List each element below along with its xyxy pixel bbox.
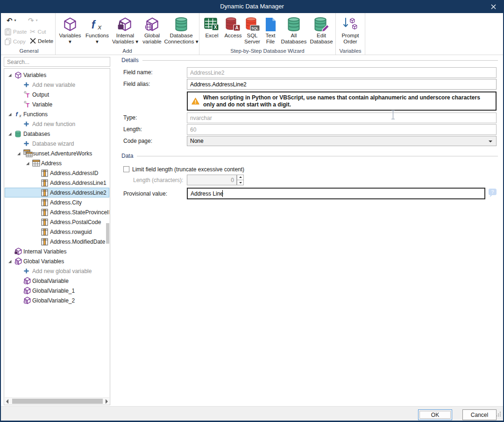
mouse-ibeam-cursor (391, 110, 395, 120)
tree-expander-icon[interactable] (7, 259, 12, 264)
sql-server-button-label: SQL (247, 33, 257, 39)
tree-expander-icon[interactable] (7, 132, 12, 136)
tree-item-label: Internal Variables (23, 248, 67, 255)
internal-variables-button[interactable]: InternalVariables ▾ (111, 14, 140, 45)
tree-item-internal-variables[interactable]: Internal Variables (5, 246, 109, 256)
edit-database-button[interactable]: EditDatabase (308, 14, 334, 45)
text-file-icon (265, 16, 277, 33)
focus-rectangle (419, 411, 451, 419)
provisional-value-input[interactable] (187, 188, 485, 199)
global-variable-button[interactable]: Globalvariable (140, 14, 164, 45)
tree-item-database-wizard[interactable]: Database wizard (5, 139, 109, 148)
tree-expander-icon[interactable] (7, 112, 12, 117)
column-icon (41, 209, 48, 216)
search-input[interactable] (4, 57, 110, 67)
svg-text:X: X (213, 25, 217, 30)
functions-button[interactable]: fxFunctions▾ (84, 14, 111, 45)
tree-item-address[interactable]: Address (5, 158, 109, 168)
paste-icon (5, 28, 11, 35)
spin-down-icon[interactable] (237, 180, 244, 185)
field-alias-input[interactable] (187, 79, 497, 90)
scroll-left-icon[interactable] (6, 399, 8, 404)
tree-item-add-new-global-variable[interactable]: Add new global variable (5, 266, 109, 276)
vertical-scrollbar-thumb[interactable] (106, 223, 109, 244)
limit-field-length-checkbox[interactable] (123, 166, 129, 172)
database-connections-button[interactable]: DatabaseConnections ▾ (164, 14, 198, 45)
all-databases-button[interactable]: AllDatabases (279, 14, 308, 45)
tree-item-address-rowguid[interactable]: Address.rowguid (5, 227, 109, 237)
sql-server-button[interactable]: SQLSQLServer (243, 14, 262, 45)
horizontal-scrollbar-thumb[interactable] (12, 399, 103, 404)
horizontal-scrollbar[interactable] (5, 397, 109, 404)
tree-item-address-addressline2[interactable]: Address.AddressLine2 (5, 188, 109, 197)
tree-item-globalvariable-1[interactable]: GlobalVariable_1 (5, 286, 109, 295)
length-characters-input[interactable] (187, 175, 237, 185)
tree-item-add-new-variable[interactable]: Add new variable (5, 80, 109, 90)
tree-item-label: Address (41, 160, 62, 167)
plus-icon (23, 82, 29, 88)
scroll-right-icon[interactable] (106, 399, 108, 404)
variables-button[interactable]: Variables▾ (57, 14, 84, 45)
cancel-button-label: Cancel (471, 412, 488, 418)
tree-item-label: Database wizard (32, 141, 74, 147)
column-icon (41, 238, 48, 246)
field-alias-label: Field alias: (123, 81, 150, 87)
svg-text:SQL: SQL (251, 26, 259, 30)
type-label: Type: (123, 114, 137, 121)
details-section-title: Details (121, 57, 139, 63)
tree-item-address-stateprovinceid[interactable]: Address.StateProvinceID (5, 207, 109, 217)
tree-expander-icon[interactable] (7, 73, 12, 77)
tree-item-functions[interactable]: fxFunctions (5, 109, 109, 119)
tree-item-address-addressid[interactable]: Address.AddressID (5, 168, 109, 178)
functions-button-label: ▾ (96, 39, 99, 45)
paste-button[interactable]: Paste (5, 28, 27, 35)
column-icon (41, 169, 48, 177)
tree-item-global-variables[interactable]: Global Variables (5, 256, 109, 266)
tree-item-globalvariable[interactable]: GlobalVariable (5, 276, 109, 286)
variables-button-label: ▾ (69, 39, 71, 45)
tree-item-variables[interactable]: Variables (5, 70, 109, 80)
redo-icon: ↷ (28, 17, 34, 24)
tree-item-address-addressline1[interactable]: Address.AddressLine1 (5, 178, 109, 188)
ok-button[interactable]: OK (418, 409, 452, 420)
variable-cube-icon (63, 16, 78, 33)
tree-item-address-modifieddate[interactable]: Address.ModifiedDate (5, 237, 109, 246)
prompt-order-icon (342, 16, 359, 33)
field-name-input[interactable] (187, 67, 497, 78)
tree-item-variable[interactable]: TVariable (5, 99, 109, 109)
excel-button[interactable]: XExcel (200, 14, 223, 39)
excel-button-label: Excel (205, 33, 218, 39)
chevron-down-icon (489, 141, 492, 144)
ribbon: ↶▾↷▾Paste✂CutCopyDeleteGeneralVariables▾… (1, 13, 503, 55)
prompt-order-button[interactable]: PromptOrder (337, 14, 364, 45)
tree-item-globalvariable-2[interactable]: GlobalVariable_2 (5, 295, 109, 305)
access-button[interactable]: AAccess (223, 14, 243, 39)
resize-grip[interactable] (496, 411, 502, 419)
cube-globe-icon (23, 277, 31, 285)
undo-button[interactable]: ↶▾ (7, 17, 16, 24)
tree-expander-icon[interactable] (25, 161, 30, 166)
cut-button[interactable]: ✂Cut (30, 28, 46, 35)
tree-item-databases[interactable]: Databases (5, 129, 109, 139)
tree-expander-icon[interactable] (16, 151, 21, 156)
code-page-select[interactable]: None (187, 136, 497, 146)
type-input[interactable] (187, 113, 497, 123)
database-icon (174, 16, 189, 33)
redo-button[interactable]: ↷▾ (28, 17, 38, 24)
spin-up-icon[interactable] (237, 175, 244, 180)
dialog-footer: OK Cancel (1, 406, 503, 421)
tree-item-address-postalcode[interactable]: Address.PostalCode (5, 217, 109, 227)
text-file-button[interactable]: TextFile (262, 14, 279, 45)
data-sources-tree: VariablesAdd new variableTOutputTVariabl… (4, 68, 110, 405)
length-characters-stepper[interactable] (237, 175, 244, 185)
length-input[interactable] (187, 124, 497, 135)
copy-button[interactable]: Copy (5, 38, 26, 45)
tree-item-address-city[interactable]: Address.City (5, 197, 109, 207)
tree-item-add-new-function[interactable]: Add new function (5, 119, 109, 129)
delete-button[interactable]: Delete (30, 38, 53, 44)
tree-item-sunset-adventureworks[interactable]: sunset.AdventureWorks (5, 148, 109, 158)
help-icon[interactable]: ? (488, 188, 497, 198)
tree-item-output[interactable]: TOutput (5, 90, 109, 99)
close-button[interactable] (487, 2, 499, 11)
cancel-button[interactable]: Cancel (462, 409, 497, 420)
